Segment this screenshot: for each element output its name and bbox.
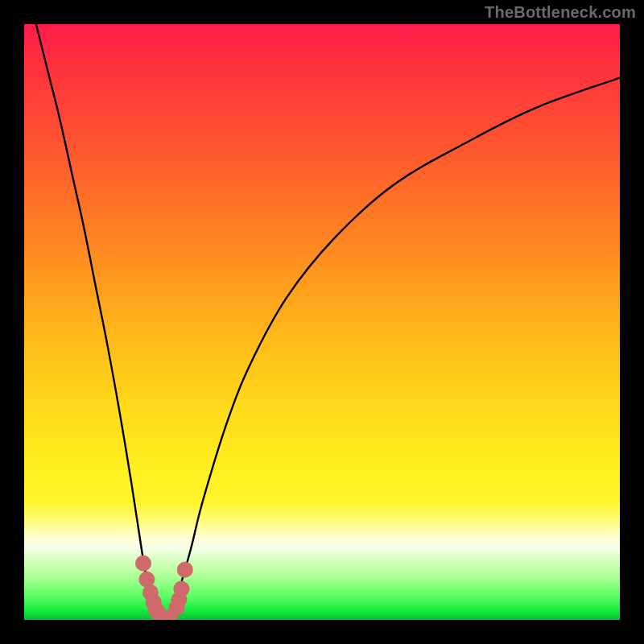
highlight-marker bbox=[173, 581, 189, 597]
outer-frame: TheBottleneck.com bbox=[0, 0, 644, 644]
bottleneck-curve bbox=[36, 24, 620, 620]
highlight-cluster bbox=[135, 555, 193, 620]
watermark-text: TheBottleneck.com bbox=[485, 3, 636, 22]
bottleneck-chart bbox=[24, 24, 620, 620]
highlight-marker bbox=[177, 562, 193, 578]
plot-area bbox=[24, 24, 620, 620]
highlight-marker bbox=[135, 555, 151, 572]
